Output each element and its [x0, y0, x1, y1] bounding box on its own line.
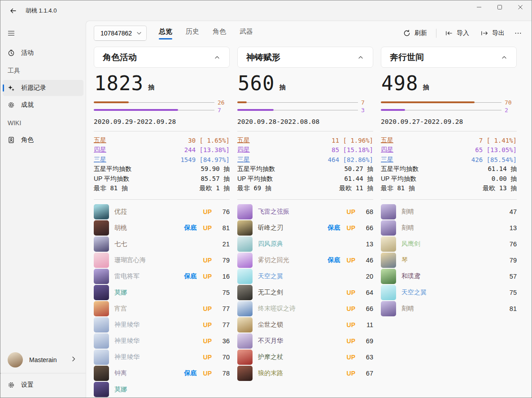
list-item[interactable]: 护摩之杖 UP 63 — [237, 349, 373, 365]
sidebar-item-label: 成就 — [21, 101, 34, 109]
list-item[interactable]: 不灭月华 UP 69 — [237, 333, 373, 349]
list-item[interactable]: 莫娜 — [94, 381, 230, 398]
section-divider — [94, 199, 230, 200]
item-avatar — [94, 382, 109, 397]
uid-selector[interactable]: 107847862 — [94, 26, 147, 41]
banner-header: 神铸赋形 — [237, 47, 373, 68]
sparkles-icon — [8, 84, 15, 92]
tab-history[interactable]: 历史 — [183, 25, 202, 41]
four-star-link[interactable]: 四星 — [237, 146, 250, 154]
list-item[interactable]: 尘世之锁 UP 11 — [237, 317, 373, 333]
list-item[interactable]: 四风原典 13 — [237, 236, 373, 252]
three-star-link[interactable]: 三星 — [381, 156, 393, 164]
list-item[interactable]: 莫娜 75 — [94, 284, 230, 301]
app-title: 胡桃 1.1.4.0 — [26, 7, 57, 15]
user-account-button[interactable]: Masterain — [3, 348, 83, 372]
more-button[interactable] — [512, 26, 524, 41]
list-item[interactable]: 和璞鸢 57 — [381, 268, 517, 284]
item-avatar — [94, 285, 109, 300]
section-divider — [237, 131, 373, 131]
minimize-icon — [476, 4, 484, 12]
four-star-link[interactable]: 四星 — [381, 146, 393, 154]
list-item[interactable]: 刻晴 13 — [381, 220, 517, 236]
collapse-button[interactable] — [211, 52, 223, 63]
item-name: 终末嗟叹之诗 — [258, 305, 340, 313]
list-item[interactable]: 风鹰剑 76 — [381, 236, 517, 252]
list-item[interactable]: 天空之翼 20 — [237, 268, 373, 284]
list-item[interactable]: 七七 21 — [94, 236, 230, 252]
hamburger-button[interactable] — [3, 25, 83, 41]
total-pulls-unit: 抽 — [279, 83, 285, 92]
collapse-button[interactable] — [355, 52, 366, 63]
tab-character[interactable]: 角色 — [209, 25, 229, 41]
item-pull-count: 77 — [215, 321, 230, 328]
total-pulls-number: 560 — [238, 74, 275, 93]
list-item[interactable]: 天空之翼 75 — [381, 284, 517, 301]
list-item[interactable]: 无工之剑 UP 64 — [237, 284, 373, 301]
close-button[interactable] — [511, 0, 532, 16]
list-item[interactable]: 胡桃 保底 UP 81 — [94, 220, 230, 236]
pity5-count: 26 — [218, 99, 230, 106]
back-button[interactable] — [6, 4, 20, 18]
banner-title: 角色活动 — [103, 52, 137, 63]
list-item[interactable]: 神里绫华 UP 77 — [94, 317, 230, 333]
list-item[interactable]: 终末嗟叹之诗 UP 66 — [237, 301, 373, 317]
sidebar-item-achievement[interactable]: 成就 — [3, 97, 83, 113]
worst-pull-label: 最非 69 抽 — [237, 184, 271, 192]
five-star-link[interactable]: 五星 — [237, 136, 250, 144]
list-item[interactable]: 神里绫华 UP 70 — [94, 349, 230, 365]
pity-guarantee-badge: 保底 — [184, 272, 197, 280]
list-item[interactable]: 刻晴 47 — [381, 204, 517, 220]
more-dots-icon — [515, 30, 522, 37]
collapse-button[interactable] — [498, 52, 510, 63]
list-item[interactable]: 珊瑚宫心海 UP 79 — [94, 252, 230, 268]
list-item[interactable]: 神里绫华 UP 36 — [94, 333, 230, 349]
four-star-link[interactable]: 四星 — [94, 146, 106, 154]
banner-stats: 五星 7 [ 1.41%] 四星 65 [13.05%] 三星 426 [85.… — [381, 136, 517, 193]
list-item[interactable]: 雾切之回光 保底 UP 46 — [237, 252, 373, 268]
minimize-button[interactable] — [470, 0, 490, 16]
three-star-link[interactable]: 三星 — [94, 156, 106, 164]
item-pull-count: 63 — [359, 354, 373, 361]
item-avatar — [381, 253, 396, 268]
list-item[interactable]: 琴 79 — [381, 252, 517, 268]
item-pull-count: 78 — [215, 370, 230, 377]
sidebar-item-character[interactable]: 角色 — [3, 132, 83, 148]
maximize-button[interactable] — [490, 0, 511, 16]
avg5-label: 五星平均抽数 — [381, 165, 419, 173]
export-button[interactable]: 导出 — [476, 26, 509, 41]
section-divider — [94, 131, 230, 131]
sidebar-item-activity[interactable]: 活动 — [3, 45, 83, 61]
sidebar-item-wish-log[interactable]: 祈愿记录 — [3, 80, 83, 96]
list-item[interactable]: 优菈 UP 76 — [94, 204, 230, 220]
list-item[interactable]: 雷电将军 保底 UP 16 — [94, 268, 230, 284]
three-star-link[interactable]: 三星 — [237, 156, 250, 164]
list-item[interactable]: 刻晴 81 — [381, 301, 517, 317]
list-item[interactable]: 狼的末路 UP 67 — [237, 365, 373, 381]
banner-date-range: 2020.09.29-2022.09.28 — [94, 118, 230, 125]
item-avatar — [381, 204, 396, 219]
banner-title: 神铸赋形 — [246, 52, 280, 63]
list-item[interactable]: 斫峰之刃 保底 UP 66 — [237, 220, 373, 236]
sidebar-item-settings[interactable]: 设置 — [3, 375, 83, 395]
five-star-link[interactable]: 五星 — [94, 136, 106, 144]
total-pulls-unit: 抽 — [423, 83, 429, 92]
tab-weapon[interactable]: 武器 — [236, 25, 256, 41]
item-name: 神里绫华 — [114, 337, 197, 345]
list-item[interactable]: 飞雷之弦振 UP 68 — [237, 204, 373, 220]
banners-row: 角色活动 1823 抽 26 7 2020.09.29-2022.09.28 五… — [94, 47, 532, 398]
five-star-value: 30 [ 1.65%] — [188, 137, 230, 144]
pity5-count: 7 — [361, 99, 373, 106]
tab-overview[interactable]: 总览 — [156, 25, 175, 41]
list-item[interactable]: 钟离 保底 UP 78 — [94, 365, 230, 381]
avgup-label: UP 平均抽数 — [94, 175, 129, 183]
import-button[interactable]: 导入 — [441, 26, 474, 41]
pity4-count: 7 — [218, 107, 230, 114]
list-item[interactable]: 宵宫 UP 77 — [94, 301, 230, 317]
chevron-up-icon — [501, 55, 507, 60]
banner-stats: 五星 11 [ 1.96%] 四星 85 [15.18%] 三星 464 [82… — [237, 136, 373, 193]
up-badge: UP — [203, 224, 212, 232]
sidebar-item-label: 角色 — [21, 136, 34, 144]
refresh-button[interactable]: 刷新 — [399, 26, 432, 41]
five-star-link[interactable]: 五星 — [381, 136, 393, 144]
